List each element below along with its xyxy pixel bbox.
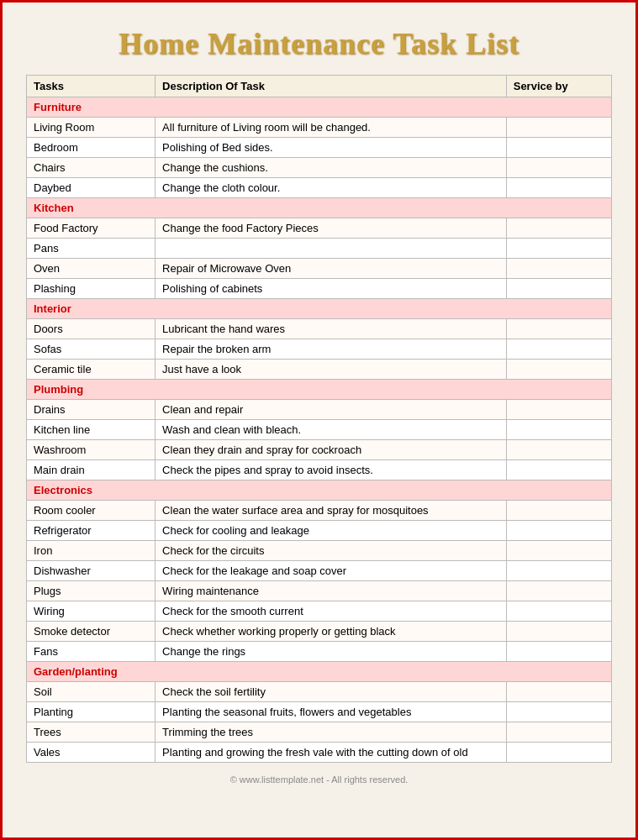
table-row: ValesPlanting and growing the fresh vale… xyxy=(27,743,612,763)
service-cell xyxy=(506,561,611,581)
task-cell: Plashing xyxy=(27,279,156,299)
table-row: DoorsLubricant the hand wares xyxy=(27,319,612,339)
description-cell xyxy=(156,239,507,259)
category-label: Electronics xyxy=(27,480,612,501)
table-row: Room coolerClean the water surface area … xyxy=(27,501,612,521)
service-cell xyxy=(506,440,611,460)
main-table: Tasks Description Of Task Service by Fur… xyxy=(26,75,612,763)
table-row: Food FactoryChange the food Factory Piec… xyxy=(27,218,612,239)
task-cell: Room cooler xyxy=(27,501,156,521)
table-row: DaybedChange the cloth colour. xyxy=(27,178,612,198)
table-row: SoilCheck the soil fertility xyxy=(27,682,612,702)
category-label: Interior xyxy=(27,299,612,319)
category-label: Garden/planting xyxy=(27,662,612,682)
col-header-description: Description Of Task xyxy=(156,76,507,97)
task-cell: Soil xyxy=(27,682,156,702)
task-cell: Wiring xyxy=(27,601,156,622)
service-cell xyxy=(506,501,611,521)
table-row: FansChange the rings xyxy=(27,642,612,662)
table-row: SofasRepair the broken arm xyxy=(27,339,612,360)
table-row: Smoke detectorCheck whether working prop… xyxy=(27,622,612,642)
description-cell: Clean the water surface area and spray f… xyxy=(156,501,507,521)
service-cell xyxy=(506,460,611,480)
task-cell: Plugs xyxy=(27,581,156,601)
service-cell xyxy=(506,218,611,239)
description-cell: Change the food Factory Pieces xyxy=(156,218,507,239)
task-cell: Planting xyxy=(27,702,156,722)
table-row: PlugsWiring maintenance xyxy=(27,581,612,601)
service-cell xyxy=(506,239,611,259)
description-cell: Repair of Microwave Oven xyxy=(156,259,507,279)
service-cell xyxy=(506,622,611,642)
table-row: TreesTrimming the trees xyxy=(27,722,612,743)
service-cell xyxy=(506,279,611,299)
task-cell: Daybed xyxy=(27,178,156,198)
col-header-tasks: Tasks xyxy=(27,76,156,97)
description-cell: Clean and repair xyxy=(156,400,507,420)
table-row: WiringCheck for the smooth current xyxy=(27,601,612,622)
service-cell xyxy=(506,158,611,178)
description-cell: Polishing of Bed sides. xyxy=(156,138,507,158)
table-row: Main drainCheck the pipes and spray to a… xyxy=(27,460,612,480)
table-row: DrainsClean and repair xyxy=(27,400,612,420)
task-cell: Vales xyxy=(27,743,156,763)
task-cell: Smoke detector xyxy=(27,622,156,642)
description-cell: Check whether working properly or gettin… xyxy=(156,622,507,642)
description-cell: Wiring maintenance xyxy=(156,581,507,601)
table-row: Kitchen lineWash and clean with bleach. xyxy=(27,420,612,440)
category-row: Kitchen xyxy=(27,198,612,218)
task-cell: Iron xyxy=(27,541,156,561)
description-cell: Check the soil fertility xyxy=(156,682,507,702)
table-row: WashroomClean they drain and spray for c… xyxy=(27,440,612,460)
footer: © www.listtemplate.net - All rights rese… xyxy=(11,766,627,790)
description-cell: Planting and growing the fresh vale with… xyxy=(156,743,507,763)
service-cell xyxy=(506,178,611,198)
task-cell: Living Room xyxy=(27,118,156,138)
service-cell xyxy=(506,118,611,138)
task-cell: Dishwasher xyxy=(27,561,156,581)
task-cell: Oven xyxy=(27,259,156,279)
table-row: Pans xyxy=(27,239,612,259)
description-cell: Trimming the trees xyxy=(156,722,507,743)
task-cell: Main drain xyxy=(27,460,156,480)
task-cell: Washroom xyxy=(27,440,156,460)
description-cell: Check for the leakage and soap cover xyxy=(156,561,507,581)
page-title: Home Maintenance Task List xyxy=(119,11,519,68)
task-cell: Ceramic tile xyxy=(27,360,156,380)
description-cell: Check for the circuits xyxy=(156,541,507,561)
table-row: ChairsChange the cushions. xyxy=(27,158,612,178)
service-cell xyxy=(506,743,611,763)
task-cell: Doors xyxy=(27,319,156,339)
description-cell: Planting the seasonal fruits, flowers an… xyxy=(156,702,507,722)
table-row: BedroomPolishing of Bed sides. xyxy=(27,138,612,158)
description-cell: Polishing of cabinets xyxy=(156,279,507,299)
task-cell: Sofas xyxy=(27,339,156,360)
service-cell xyxy=(506,319,611,339)
description-cell: Change the cloth colour. xyxy=(156,178,507,198)
task-cell: Bedroom xyxy=(27,138,156,158)
task-cell: Fans xyxy=(27,642,156,662)
service-cell xyxy=(506,682,611,702)
task-cell: Kitchen line xyxy=(27,420,156,440)
category-label: Kitchen xyxy=(27,198,612,218)
description-cell: Lubricant the hand wares xyxy=(156,319,507,339)
description-cell: Change the cushions. xyxy=(156,158,507,178)
table-row: IronCheck for the circuits xyxy=(27,541,612,561)
service-cell xyxy=(506,541,611,561)
service-cell xyxy=(506,581,611,601)
description-cell: Wash and clean with bleach. xyxy=(156,420,507,440)
description-cell: Change the rings xyxy=(156,642,507,662)
category-label: Furniture xyxy=(27,97,612,118)
description-cell: Just have a look xyxy=(156,360,507,380)
category-row: Garden/planting xyxy=(27,662,612,682)
description-cell: Check for cooling and leakage xyxy=(156,521,507,541)
table-row: PlashingPolishing of cabinets xyxy=(27,279,612,299)
task-cell: Refrigerator xyxy=(27,521,156,541)
service-cell xyxy=(506,400,611,420)
table-row: RefrigeratorCheck for cooling and leakag… xyxy=(27,521,612,541)
service-cell xyxy=(506,521,611,541)
task-cell: Chairs xyxy=(27,158,156,178)
service-cell xyxy=(506,339,611,360)
col-header-service: Service by xyxy=(506,76,611,97)
description-cell: Repair the broken arm xyxy=(156,339,507,360)
